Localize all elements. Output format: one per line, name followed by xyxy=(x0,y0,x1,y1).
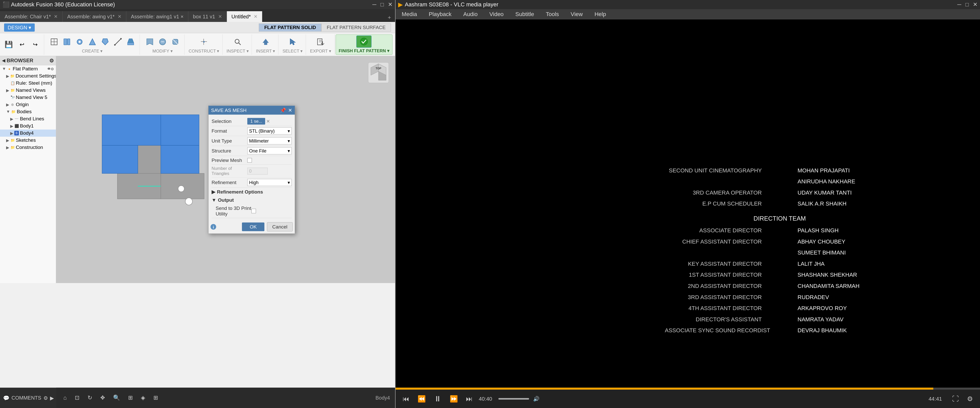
vlc-progress-bar[interactable] xyxy=(396,387,980,390)
maximize-icon[interactable]: □ xyxy=(380,1,384,8)
dialog-structure-select[interactable]: One File ▾ xyxy=(247,148,292,154)
tab-close-box11[interactable]: ✕ xyxy=(218,14,222,19)
modify-tool-2[interactable] xyxy=(156,36,169,48)
dialog-info-icon[interactable]: i xyxy=(210,224,216,230)
modify-tool-3[interactable] xyxy=(169,36,181,48)
vlc-volume-slider[interactable] xyxy=(498,398,529,400)
export-tool-1[interactable] xyxy=(314,36,327,48)
vp-home-btn[interactable]: ⌂ xyxy=(61,394,68,402)
dialog-selection-button[interactable]: 1 se... xyxy=(247,118,265,125)
toolbar-redo-btn[interactable]: ↪ xyxy=(29,38,41,51)
browser-item-body1[interactable]: ▶ ⬛ Body1 xyxy=(0,122,56,130)
toolbar-undo-btn[interactable]: ↩ xyxy=(16,38,28,51)
vp-fit-btn[interactable]: ⊡ xyxy=(73,394,81,402)
vlc-video-content[interactable]: SECOND UNIT CINEMATOGRAPHY MOHAN PRAJAPA… xyxy=(396,19,980,387)
insert-group-label[interactable]: INSERT ▾ xyxy=(256,48,275,54)
tab-untitled[interactable]: Untitled* ✕ xyxy=(227,11,262,22)
vlc-menu-playback[interactable]: Playback xyxy=(427,10,453,19)
dialog-preview-mesh-checkbox[interactable] xyxy=(247,158,252,162)
vlc-menu-video[interactable]: Video xyxy=(487,10,506,19)
dialog-format-select[interactable]: STL (Binary) ▾ xyxy=(247,127,292,135)
vlc-skip-fwd-btn[interactable]: ⏭ xyxy=(464,394,475,404)
construct-tool-1[interactable] xyxy=(198,36,210,48)
tab-chair[interactable]: Assemble: Chair v1* ✕ xyxy=(0,11,62,22)
viewport[interactable]: TOP SAVE AS MESH 📌 ✕ Selection xyxy=(56,56,395,283)
vp-pan-btn[interactable]: ✥ xyxy=(98,394,107,402)
select-group-label[interactable]: SELECT ▾ xyxy=(283,48,303,54)
minimize-icon[interactable]: ─ xyxy=(372,1,376,8)
browser-collapse-icon[interactable]: ◀ xyxy=(2,58,5,63)
dialog-output-section[interactable]: ▼ Output xyxy=(212,196,292,204)
vlc-fullscreen-icon[interactable]: ⛶ xyxy=(950,394,961,404)
construct-group-label[interactable]: CONSTRUCT ▾ xyxy=(189,48,219,54)
finish-flat-pattern-btn[interactable] xyxy=(356,35,372,48)
browser-item-flat-pattern[interactable]: ▼ ● Flat Pattern 👁 ⊙ xyxy=(0,65,56,72)
vp-section-btn[interactable]: ⊞ xyxy=(126,394,135,402)
browser-item-rule[interactable]: 📋 Rule: Steel (mm) xyxy=(0,79,56,87)
dialog-unit-type-select[interactable]: Millimeter ▾ xyxy=(247,137,292,144)
vp-display-btn[interactable]: ◈ xyxy=(139,394,147,402)
browser-item-doc-settings[interactable]: ▶ 📁 Document Settings xyxy=(0,72,56,79)
nav-cube[interactable]: TOP xyxy=(367,61,390,84)
vlc-maximize-icon[interactable]: □ xyxy=(966,1,969,8)
vlc-menu-media[interactable]: Media xyxy=(400,10,419,19)
vlc-menu-subtitle[interactable]: Subtitle xyxy=(513,10,536,19)
new-tab-icon[interactable]: + xyxy=(386,13,393,22)
vlc-settings-icon[interactable]: ⚙ xyxy=(965,394,975,404)
export-group-label[interactable]: EXPORT ▾ xyxy=(310,48,331,54)
modify-tool-1[interactable] xyxy=(144,36,156,48)
dialog-selection-clear[interactable]: ✕ xyxy=(266,119,270,124)
vlc-minimize-icon[interactable]: ─ xyxy=(957,1,961,8)
vlc-menu-tools[interactable]: Tools xyxy=(544,10,561,19)
create-tool-4[interactable] xyxy=(86,36,99,48)
modify-group-label[interactable]: MODIFY ▾ xyxy=(152,48,173,54)
create-tool-5[interactable] xyxy=(99,36,111,48)
vp-zoom-btn[interactable]: 🔍 xyxy=(111,394,122,402)
design-dropdown-button[interactable]: DESIGN ▾ xyxy=(4,24,35,32)
create-tool-6[interactable] xyxy=(112,36,124,48)
dialog-send-3d-checkbox[interactable] xyxy=(251,209,256,213)
vp-grid-btn[interactable]: ⊞ xyxy=(151,394,160,402)
dialog-ok-button[interactable]: OK xyxy=(242,222,264,231)
dialog-refinement-select[interactable]: High ▾ xyxy=(247,179,292,186)
browser-item-body4[interactable]: ▶ B Body4 xyxy=(0,130,56,137)
create-group-label[interactable]: CREATE ▾ xyxy=(82,48,103,54)
inspect-group-label[interactable]: INSPECT ▾ xyxy=(226,48,248,54)
tab-awing1[interactable]: Assemble: awing1 v1 × xyxy=(126,11,188,22)
fp-tab-solid[interactable]: FLAT PATTERN SOLID xyxy=(259,24,321,32)
dialog-title-bar[interactable]: SAVE AS MESH 📌 ✕ xyxy=(208,106,295,115)
dialog-refinement-options-section[interactable]: ▶ Refinement Options xyxy=(212,188,292,196)
insert-tool-1[interactable] xyxy=(259,36,272,48)
create-tool-7[interactable] xyxy=(124,36,137,48)
tab-box11[interactable]: box 11 v1 ✕ xyxy=(188,11,227,22)
browser-item-bodies[interactable]: ▼ 📁 Bodies xyxy=(0,108,56,115)
finish-group-label[interactable]: FINISH FLAT PATTERN ▾ xyxy=(339,48,390,54)
tab-close-awing[interactable]: ✕ xyxy=(118,14,121,19)
dialog-pin-icon[interactable]: 📌 xyxy=(280,107,286,113)
browser-item-named-view5[interactable]: 🔭 Named View 5 xyxy=(0,94,56,101)
browser-item-sketches[interactable]: ▶ 📁 Sketches xyxy=(0,137,56,144)
comments-settings-icon[interactable]: ⚙ xyxy=(43,395,48,401)
vlc-mute-icon[interactable]: 🔊 xyxy=(533,396,539,402)
vlc-menu-help[interactable]: Help xyxy=(592,10,608,19)
vlc-step-fwd-btn[interactable]: ⏩ xyxy=(448,394,460,404)
flat-pattern-lock-icon[interactable]: ⊙ xyxy=(51,67,54,71)
create-tool-2[interactable] xyxy=(61,36,73,48)
vlc-step-back-btn[interactable]: ⏪ xyxy=(415,394,428,404)
fp-tab-surface[interactable]: FLAT PATTERN SURFACE xyxy=(321,24,391,32)
vlc-menu-audio[interactable]: Audio xyxy=(461,10,479,19)
comments-expand-icon[interactable]: ▶ xyxy=(50,395,54,401)
browser-item-bend-lines[interactable]: ▶ 〰 Bend Lines xyxy=(0,115,56,122)
browser-settings-icon[interactable]: ⚙ xyxy=(49,58,54,64)
browser-item-named-views[interactable]: ▶ 📁 Named Views xyxy=(0,87,56,94)
create-tool-1[interactable] xyxy=(48,36,60,48)
tab-close-untitled[interactable]: ✕ xyxy=(254,14,258,19)
tab-awing[interactable]: Assemble: awing v1* ✕ xyxy=(62,11,126,22)
vp-orbit-btn[interactable]: ↻ xyxy=(86,394,94,402)
close-icon[interactable]: ✕ xyxy=(388,1,393,8)
tab-close-chair[interactable]: ✕ xyxy=(54,14,58,19)
inspect-tool-1[interactable] xyxy=(231,36,244,48)
dialog-close-icon[interactable]: ✕ xyxy=(288,107,292,113)
flat-pattern-vis-icon[interactable]: 👁 xyxy=(47,67,51,71)
browser-item-construction[interactable]: ▶ 📁 Construction xyxy=(0,144,56,151)
